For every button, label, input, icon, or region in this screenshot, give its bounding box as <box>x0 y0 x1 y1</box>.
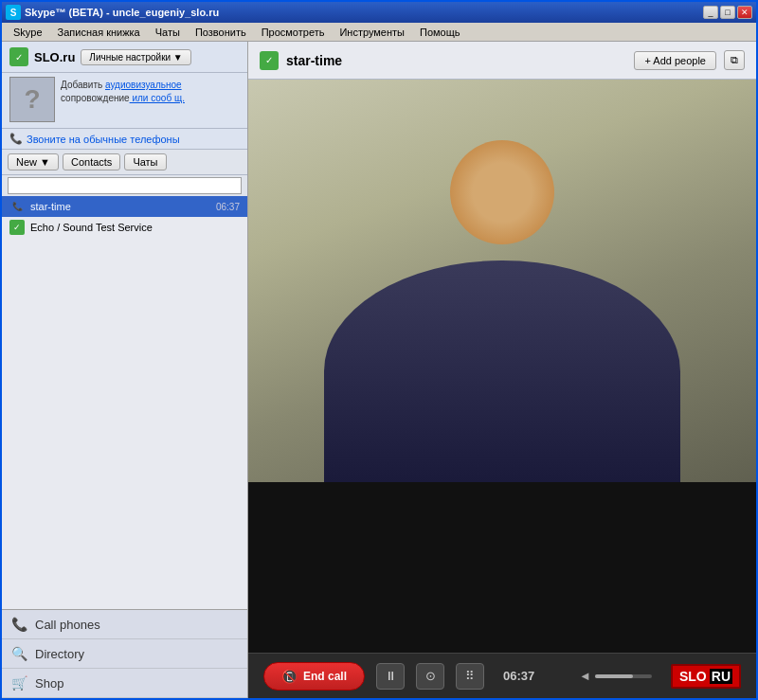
user-status-icon: ✓ <box>9 47 28 66</box>
call-header: ✓ star-time + Add people ⧉ <box>248 42 756 80</box>
message-link[interactable]: или сооб щ. <box>130 93 185 103</box>
window-mode-button[interactable]: ⧉ <box>724 50 745 70</box>
volume-bar[interactable] <box>595 674 652 678</box>
menu-notebook[interactable]: Записная книжка <box>50 25 148 40</box>
minimize-button[interactable]: _ <box>703 6 718 19</box>
search-area <box>2 175 247 196</box>
contacts-button[interactable]: Contacts <box>63 153 120 171</box>
dialpad-button[interactable]: ⠿ <box>456 663 484 690</box>
pause-button[interactable]: ⏸ <box>376 663 405 690</box>
call-header-right: + Add people ⧉ <box>634 50 745 70</box>
skype-icon: S <box>6 5 21 20</box>
call-phones-link[interactable]: 📞 Звоните на обычные телефоны <box>9 133 240 145</box>
window-controls: _ □ ✕ <box>703 6 752 19</box>
user-header: ✓ SLO.ru Личные настройки ▼ <box>2 42 247 73</box>
sidebar-item-call-phones[interactable]: 📞 Call phones <box>2 610 247 639</box>
call-status-icon: ✓ <box>260 51 279 70</box>
sidebar-label-shop: Shop <box>35 676 63 691</box>
phone-icon: 📞 <box>9 133 23 145</box>
brand-ru: RU <box>710 669 732 684</box>
menu-view[interactable]: Просмотреть <box>254 25 333 40</box>
volume-area: ◄ <box>579 669 652 683</box>
end-call-icon: 📵 <box>281 669 298 684</box>
menu-tools[interactable]: Инструменты <box>332 25 412 40</box>
mood-text: Добавить аудиовизуальное сопровождение и… <box>61 77 240 105</box>
left-panel: ✓ SLO.ru Личные настройки ▼ ? Добавить а… <box>2 42 248 698</box>
close-button[interactable]: ✕ <box>737 6 752 19</box>
window-title: Skype™ (BETA) - uncle_eugeniy_slo.ru <box>25 7 219 18</box>
contact-name: star-time <box>30 201 210 212</box>
call-contact-name: star-time <box>286 53 342 68</box>
record-button[interactable]: ⊙ <box>416 663 444 690</box>
shop-icon: 🛒 <box>11 675 27 691</box>
call-timer: 06:37 <box>503 669 534 683</box>
video-dark-area <box>248 482 756 653</box>
video-frame <box>248 80 756 482</box>
menu-call[interactable]: Позвонить <box>188 25 254 40</box>
sidebar-label-callphones: Call phones <box>35 618 100 632</box>
chats-button[interactable]: Чаты <box>124 153 166 171</box>
main-window: S Skype™ (BETA) - uncle_eugeniy_slo.ru _… <box>0 0 758 700</box>
sidebar-item-directory[interactable]: 🔍 Directory <box>2 639 247 669</box>
call-controls: 📵 End call ⏸ ⊙ ⠿ 06:37 ◄ <box>248 653 756 698</box>
volume-icon: ◄ <box>579 669 591 683</box>
menu-skype[interactable]: Skype <box>6 25 50 40</box>
titlebar-left: S Skype™ (BETA) - uncle_eugeniy_slo.ru <box>6 5 219 20</box>
avatar: ? <box>9 77 55 122</box>
main-area: ✓ SLO.ru Личные настройки ▼ ? Добавить а… <box>2 42 756 698</box>
mood-area: ? Добавить аудиовизуальное сопровождение… <box>2 73 247 129</box>
contacts-list: 📞 star-time 06:37 ✓ Echo / Sound Test Se… <box>2 196 247 609</box>
toolbar-row: New ▼ Contacts Чаты <box>2 150 247 175</box>
contact-name: Echo / Sound Test Service <box>30 222 240 233</box>
video-area <box>248 80 756 653</box>
audio-link[interactable]: аудиовизуальное <box>105 80 182 90</box>
right-panel: ✓ star-time + Add people ⧉ 📵 En <box>248 42 756 698</box>
callphones-icon: 📞 <box>11 617 27 632</box>
sidebar-label-directory: Directory <box>35 647 84 661</box>
maximize-button[interactable]: □ <box>720 6 735 19</box>
menubar: Skype Записная книжка Чаты Позвонить Про… <box>2 23 756 42</box>
search-input[interactable] <box>8 177 242 194</box>
contact-time: 06:37 <box>216 202 240 212</box>
brand-slo: SLO <box>679 669 707 684</box>
directory-icon: 🔍 <box>11 646 27 661</box>
menu-chats[interactable]: Чаты <box>148 25 188 40</box>
titlebar: S Skype™ (BETA) - uncle_eugeniy_slo.ru _… <box>2 2 756 23</box>
end-call-button[interactable]: 📵 End call <box>263 662 365 691</box>
new-button[interactable]: New ▼ <box>8 153 59 171</box>
brand-logo: SLORU <box>671 664 741 689</box>
video-person <box>248 80 756 482</box>
volume-fill <box>595 674 633 678</box>
contact-item-star-time[interactable]: 📞 star-time 06:37 <box>2 196 247 217</box>
menu-help[interactable]: Помощь <box>412 25 468 40</box>
sidebar-bottom: 📞 Call phones 🔍 Directory 🛒 Shop <box>2 609 247 698</box>
call-header-left: ✓ star-time <box>260 51 342 70</box>
personal-settings-button[interactable]: Личные настройки ▼ <box>81 49 190 65</box>
add-people-button[interactable]: + Add people <box>634 51 716 70</box>
calling-icon: 📞 <box>9 199 25 214</box>
service-icon: ✓ <box>9 220 25 235</box>
call-phones-bar: 📞 Звоните на обычные телефоны <box>2 129 247 150</box>
user-name: SLO.ru <box>34 50 75 64</box>
contact-item-echo[interactable]: ✓ Echo / Sound Test Service <box>2 217 247 238</box>
sidebar-item-shop[interactable]: 🛒 Shop <box>2 669 247 698</box>
